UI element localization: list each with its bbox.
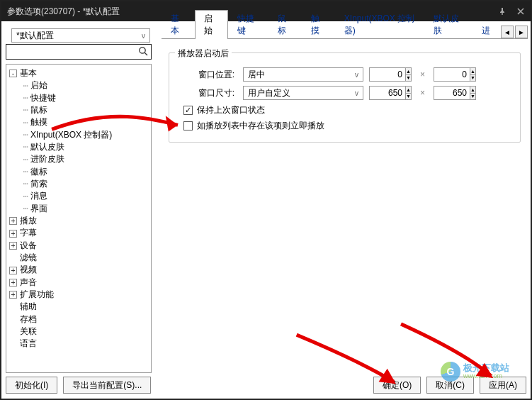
profile-select-value: *默认配置 bbox=[16, 30, 54, 42]
window-size-h[interactable]: ▲▼ bbox=[434, 86, 476, 100]
tab-7[interactable]: 进 bbox=[472, 22, 499, 39]
window-title: 参数选项(230707) - *默认配置 bbox=[7, 6, 120, 18]
search-box[interactable] bbox=[6, 44, 152, 60]
apply-button[interactable]: 应用(A) bbox=[480, 377, 526, 394]
tree-item[interactable]: ⋯界面 bbox=[8, 203, 149, 215]
tree-expander-icon[interactable]: - bbox=[9, 70, 17, 77]
spin-down-icon[interactable]: ▼ bbox=[406, 75, 411, 82]
spin-up-icon[interactable]: ▲ bbox=[470, 87, 475, 94]
initialize-button[interactable]: 初始化(I) bbox=[6, 377, 57, 394]
tree-expander-icon[interactable]: + bbox=[9, 230, 17, 238]
window-position-label: 窗口位置: bbox=[178, 69, 237, 81]
tree-expander-icon[interactable]: + bbox=[9, 217, 17, 225]
tree-label: 界面 bbox=[30, 204, 47, 213]
tree-label: 存档 bbox=[20, 314, 37, 324]
tree-item[interactable]: ⋯鼠标 bbox=[8, 104, 149, 116]
spin-down-icon[interactable]: ▼ bbox=[470, 75, 475, 82]
tree-item[interactable]: +字幕 bbox=[8, 227, 149, 239]
tree-label: 徽标 bbox=[30, 167, 47, 177]
tab-2[interactable]: 快捷键 bbox=[228, 10, 268, 39]
tab-5[interactable]: XInput(XBOX 控制器) bbox=[335, 10, 424, 39]
tree-item[interactable]: ⋯简索 bbox=[8, 178, 149, 190]
export-config-button[interactable]: 导出当前配置(S)... bbox=[63, 377, 151, 394]
tree-item[interactable]: ⋯进阶皮肤 bbox=[8, 153, 149, 165]
spin-up-icon[interactable]: ▲ bbox=[406, 87, 411, 94]
chevron-down-icon: v bbox=[355, 89, 358, 97]
tab-strip: 基本启始快捷键鼠标触摸XInput(XBOX 控制器)默认皮肤进◄► bbox=[162, 21, 528, 39]
tree-expander-icon[interactable]: + bbox=[9, 267, 17, 274]
tree-item[interactable]: 语言 bbox=[8, 338, 149, 350]
tree-label: 声音 bbox=[20, 277, 37, 287]
category-tree[interactable]: -基本⋯启始⋯快捷键⋯鼠标⋯触摸⋯XInput(XBOX 控制器)⋯默认皮肤⋯进… bbox=[6, 64, 152, 373]
tree-item[interactable]: +声音 bbox=[8, 277, 149, 289]
tree-item[interactable]: ⋯徽标 bbox=[8, 166, 149, 178]
tree-item[interactable]: ⋯默认皮肤 bbox=[8, 141, 149, 153]
tree-label: 触摸 bbox=[30, 118, 47, 128]
bottom-bar: 初始化(I) 导出当前配置(S)... 确定(O) 取消(C) 应用(A) bbox=[6, 376, 526, 394]
keep-last-window-state-checkbox[interactable] bbox=[183, 106, 193, 115]
spin-up-icon[interactable]: ▲ bbox=[406, 68, 411, 75]
times-icon: × bbox=[417, 70, 428, 79]
tree-label: 消息 bbox=[30, 191, 47, 201]
window-size-select[interactable]: 用户自定义 v bbox=[243, 86, 363, 100]
tree-label: 播放 bbox=[20, 216, 37, 226]
ok-button[interactable]: 确定(O) bbox=[373, 377, 421, 394]
play-if-in-playlist-label: 如播放列表中存在该项则立即播放 bbox=[197, 120, 324, 132]
pin-icon[interactable] bbox=[498, 7, 506, 16]
tree-label: 语言 bbox=[20, 339, 37, 349]
tree-label: 进阶皮肤 bbox=[30, 155, 64, 165]
play-if-in-playlist-checkbox[interactable] bbox=[183, 121, 193, 130]
window-position-x[interactable]: ▲▼ bbox=[369, 67, 412, 82]
tree-item[interactable]: 关联 bbox=[8, 326, 149, 338]
tab-3[interactable]: 鼠标 bbox=[268, 10, 302, 39]
spin-down-icon[interactable]: ▼ bbox=[470, 94, 475, 100]
tree-item[interactable]: ⋯快捷键 bbox=[8, 92, 149, 104]
search-icon[interactable] bbox=[138, 46, 148, 58]
search-input[interactable] bbox=[9, 46, 138, 57]
settings-pane: 播放器启动后 窗口位置: 居中 v ▲▼ × ▲▼ bbox=[162, 43, 528, 373]
profile-select[interactable]: *默认配置 v bbox=[11, 28, 150, 43]
tree-item[interactable]: ⋯XInput(XBOX 控制器) bbox=[8, 129, 149, 141]
tree-item[interactable]: +扩展功能 bbox=[8, 289, 149, 301]
tree-label: 辅助 bbox=[20, 302, 37, 312]
tab-0[interactable]: 基本 bbox=[162, 10, 195, 39]
window-position-y[interactable]: ▲▼ bbox=[434, 67, 476, 82]
tree-expander-icon[interactable]: + bbox=[9, 291, 17, 299]
tree-item[interactable]: ⋯启始 bbox=[8, 79, 149, 91]
cancel-button[interactable]: 取消(C) bbox=[426, 377, 474, 394]
spin-up-icon[interactable]: ▲ bbox=[470, 68, 475, 75]
tree-item[interactable]: +视频 bbox=[8, 264, 149, 276]
tree-item[interactable]: -基本 bbox=[8, 67, 149, 79]
window-size-w[interactable]: ▲▼ bbox=[369, 86, 412, 100]
tab-scroll-right[interactable]: ► bbox=[515, 26, 528, 38]
tree-item[interactable]: ⋯消息 bbox=[8, 190, 149, 202]
tab-1[interactable]: 启始 bbox=[195, 10, 228, 39]
tree-expander-icon[interactable]: + bbox=[9, 279, 17, 287]
startup-group: 播放器启动后 窗口位置: 居中 v ▲▼ × ▲▼ bbox=[169, 52, 521, 143]
tree-item[interactable]: +设备 bbox=[8, 240, 149, 252]
tree-label: 快捷键 bbox=[30, 93, 56, 103]
tree-item[interactable]: ⋯触摸 bbox=[8, 116, 149, 128]
window-position-select[interactable]: 居中 v bbox=[243, 67, 363, 82]
tab-scroll-left[interactable]: ◄ bbox=[501, 26, 514, 38]
tree-item[interactable]: 辅助 bbox=[8, 301, 149, 313]
svg-line-2 bbox=[145, 52, 147, 55]
tree-label: 简索 bbox=[30, 179, 47, 189]
svg-rect-0 bbox=[502, 13, 502, 15]
tree-label: 视频 bbox=[20, 265, 37, 275]
tree-item[interactable]: 滤镜 bbox=[8, 252, 149, 264]
tab-6[interactable]: 默认皮肤 bbox=[424, 10, 472, 39]
svg-point-1 bbox=[140, 47, 145, 52]
spin-down-icon[interactable]: ▼ bbox=[406, 94, 411, 100]
tree-item[interactable]: +播放 bbox=[8, 215, 149, 227]
chevron-down-icon: v bbox=[142, 32, 145, 40]
tab-4[interactable]: 触摸 bbox=[302, 10, 335, 39]
tree-label: 基本 bbox=[20, 68, 37, 78]
tree-expander-icon[interactable]: + bbox=[9, 242, 17, 250]
tree-label: XInput(XBOX 控制器) bbox=[30, 130, 112, 140]
tree-label: 启始 bbox=[30, 81, 47, 91]
chevron-down-icon: v bbox=[355, 71, 358, 79]
tree-item[interactable]: 存档 bbox=[8, 313, 149, 326]
window-size-label: 窗口尺寸: bbox=[178, 87, 237, 99]
close-icon[interactable] bbox=[516, 7, 525, 16]
